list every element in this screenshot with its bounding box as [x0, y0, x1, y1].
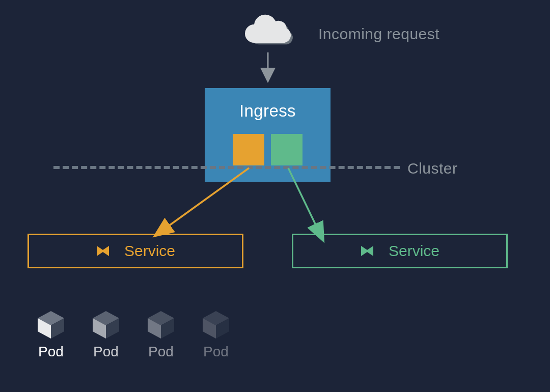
service-box-left: Service	[28, 234, 243, 268]
cube-icon	[90, 308, 122, 341]
diagram-canvas: Incoming request Ingress Cluster Service…	[0, 0, 550, 392]
service-icon	[96, 244, 110, 258]
cluster-boundary-line	[53, 166, 400, 169]
pod-item: Pod	[136, 303, 185, 360]
ingress-title: Ingress	[205, 88, 331, 121]
pod-item: Pod	[26, 303, 75, 360]
pod-label: Pod	[148, 344, 174, 360]
ingress-route-green	[271, 134, 302, 165]
pod-label: Pod	[93, 344, 119, 360]
service-icon	[360, 244, 374, 258]
pod-label: Pod	[38, 344, 64, 360]
service-left-label: Service	[124, 242, 175, 260]
incoming-request-label: Incoming request	[318, 25, 439, 43]
ingress-route-orange	[233, 134, 264, 165]
pod-item: Pod	[81, 303, 130, 360]
cluster-label: Cluster	[407, 160, 458, 177]
cube-icon	[200, 308, 232, 341]
service-box-right: Service	[292, 234, 508, 268]
cloud-icon	[240, 14, 296, 50]
service-right-label: Service	[389, 242, 439, 260]
pod-label: Pod	[203, 344, 229, 360]
pod-item: Pod	[191, 303, 240, 360]
cube-icon	[35, 308, 67, 341]
cube-icon	[145, 308, 177, 341]
pod-row: Pod Pod Pod Pod	[26, 303, 240, 360]
